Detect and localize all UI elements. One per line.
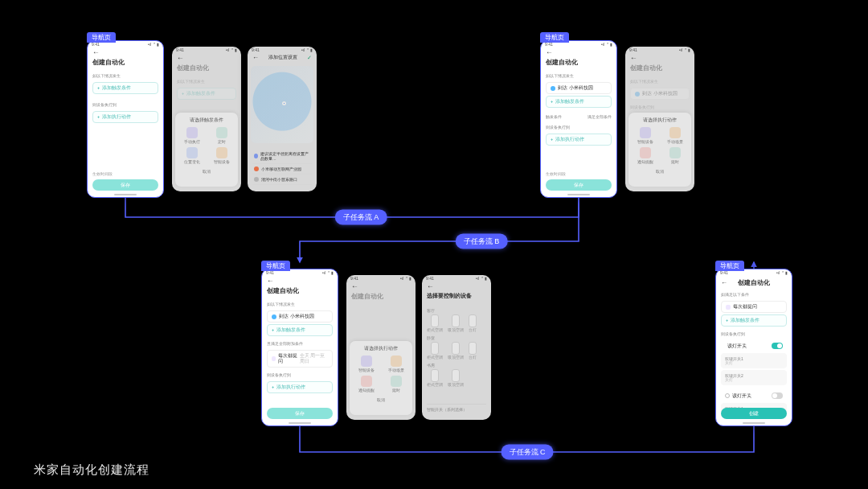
sheet-title: 请选择触发条件 [178, 117, 235, 124]
map-view[interactable] [251, 66, 313, 143]
sheet-cancel[interactable]: 取消 [178, 169, 235, 174]
trigger-option-location[interactable]: 位置变化 [178, 147, 205, 164]
map-title: 添加位置设置 [268, 54, 297, 61]
action-option-scene[interactable]: 手动场景 [661, 127, 688, 144]
trigger-chip-location[interactable]: 到达 小米科技园 [546, 82, 612, 94]
device-room: 客厅 [427, 308, 486, 313]
stage1-trigger-sheet-phone: 9:41•ıl ⌃ ▮ ← 创建自动化 如以下情况发生 +添加触发条件 请选择触… [172, 47, 241, 191]
final-cond-chip[interactable]: 每次都提问 [721, 301, 787, 313]
back-icon[interactable]: ← [252, 54, 259, 61]
stage2-action-sheet-phone: 9:41•ıl ⌃ ▮ ← 创建自动化 如以下情况发生 到达 小米科技园 则设备… [625, 47, 694, 191]
trigger-chip-location[interactable]: 到达 小米科技园 [267, 310, 333, 323]
location-item[interactable]: 建议设定半径距离在设置产品数量… [252, 149, 312, 164]
stage3-device-picker-phone: 9:41•ıl ⌃ ▮ ← 选择要控制的设备 客厅 柜式空调 吸顶空调 台灯 卧… [422, 275, 491, 420]
save-button[interactable]: 保存 [92, 179, 158, 191]
action-toggle[interactable]: 该灯开关 [721, 340, 787, 351]
action-option-notify[interactable]: 通知提醒 [632, 147, 658, 164]
section-and: 且满足全部附加条件 [262, 338, 338, 348]
add-trigger-button[interactable]: +添加触发条件 [267, 324, 333, 336]
flow-label-b: 子任务流 B [456, 234, 508, 249]
action-option-device[interactable]: 智能设备 [632, 127, 658, 144]
switch-on[interactable] [772, 343, 783, 349]
diagram-caption: 米家自动化创建流程 [34, 462, 149, 478]
confirm-icon[interactable]: ✓ [307, 55, 312, 61]
effective-time[interactable]: 生效时间段 [92, 171, 113, 176]
trigger-option-timer[interactable]: 定时 [208, 127, 235, 144]
device-bottom-row[interactable]: 智能开关（系列选择） [427, 404, 486, 412]
action-option-delay[interactable]: 延时 [661, 147, 688, 164]
add-trigger-button[interactable]: +添加触发条件 [721, 314, 787, 327]
device-room: 卧室 [427, 335, 486, 340]
location-item[interactable]: 小米移动互联网产业园 [252, 164, 312, 175]
home-indicator [114, 194, 137, 195]
add-action-button[interactable]: +添加执行动作 [546, 134, 612, 146]
location-item[interactable]: 清河中街小营东路口 [252, 175, 312, 185]
section-do: 则设备执行到 [88, 99, 163, 109]
stage4-nav-phone: 导航页 9:41•ıl ⌃ ▮ ← 创建自动化 如满足以下条件 每次都提问 +添… [715, 269, 792, 426]
device-room: 书房 [427, 363, 486, 368]
action-toggle-off[interactable]: 该灯开关 [721, 390, 787, 401]
action-picker-sheet: 请选择执行动作 智能设备 手动场景 通知提醒 延时 取消 [350, 341, 412, 415]
flow-label-c: 子任务流 C [502, 445, 554, 460]
radio-icon [725, 393, 730, 398]
add-action-button[interactable]: +添加执行动作 [267, 381, 333, 393]
stage2-nav-phone: 导航页 9:41•ıl ⌃ ▮ ← 创建自动化 如以下情况发生 到达 小米科技园… [540, 40, 617, 198]
section-meet: 触发条件 满足全部条件 [541, 111, 616, 121]
action-picker-sheet: 请选择执行动作 智能设备 手动场景 通知提醒 延时 取消 [628, 113, 691, 187]
switch-off[interactable] [772, 392, 783, 399]
section-cond: 如满足以下条件 [716, 289, 792, 299]
stage3-action-sheet-phone: 9:41•ıl ⌃ ▮ ← 创建自动化 请选择执行动作 智能设备 手动场景 通知… [346, 275, 416, 420]
stage1-map-phone: 9:41•ıl ⌃ ▮ ← 添加位置设置 ✓ 建议设定半径距离在设置产品数量… … [248, 47, 317, 191]
create-button[interactable]: 创建 [721, 408, 787, 419]
device-picker-title: 选择要控制的设备 [422, 290, 491, 303]
section-when: 如以下情况发生 [88, 70, 163, 80]
device-item[interactable]: 吸顶空调 [448, 314, 464, 332]
map-pin-icon [282, 101, 286, 105]
add-trigger-button[interactable]: +添加触发条件 [546, 96, 612, 108]
add-trigger-button[interactable]: +添加触发条件 [92, 82, 158, 94]
switch-item[interactable]: 双键开关2关灯 [721, 370, 787, 385]
add-action-button[interactable]: +添加执行动作 [92, 111, 158, 123]
stage1-nav-phone: 导航页 9:41•ıl ⌃ ▮ ← 创建自动化 如以下情况发生 +添加触发条件 … [87, 40, 164, 198]
trigger-option-manual[interactable]: 手动执行 [178, 127, 205, 144]
device-item[interactable]: 柜式空调 [427, 314, 443, 332]
location-list: 建议设定半径距离在设置产品数量… 小米移动互联网产业园 清河中街小营东路口 [252, 149, 312, 185]
page-title: 创建自动化 [88, 56, 163, 70]
and-condition-chip[interactable]: 每次都提问全天 周一至周日 [267, 350, 333, 368]
trigger-picker-sheet: 请选择触发条件 手动执行 定时 位置变化 智能设备 取消 [175, 113, 238, 187]
trigger-option-device[interactable]: 智能设备 [208, 147, 235, 164]
back-icon[interactable]: ← [88, 48, 163, 56]
nav-tag: 导航页 [87, 32, 116, 43]
flow-label-a: 子任务流 A [335, 210, 387, 225]
switch-item[interactable]: 双键开关1关灯 [721, 353, 787, 368]
stage3-nav-phone: 导航页 9:41•ıl ⌃ ▮ ← 创建自动化 如以下情况发生 到达 小米科技园… [261, 269, 338, 426]
device-item[interactable]: 台灯 [469, 314, 477, 332]
